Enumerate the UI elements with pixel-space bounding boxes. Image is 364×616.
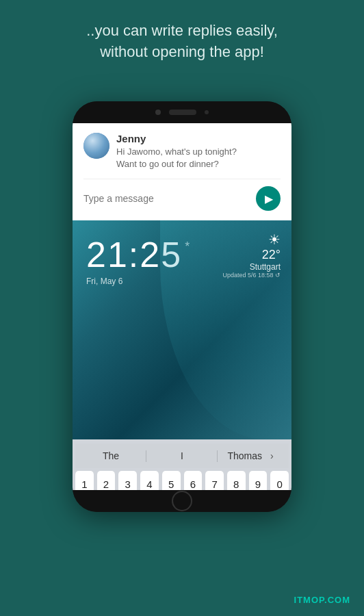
phone-device: Jenny Hi Jawomo, what's up tonight? Want… <box>73 101 291 512</box>
header-line1: ..you can write replies easily, <box>86 22 278 39</box>
header-text: ..you can write replies easily, without … <box>0 0 364 77</box>
phone-top-bar <box>73 101 291 123</box>
suggestions-bar: The I Thomas › <box>75 444 289 468</box>
avatar <box>83 133 109 159</box>
key-5[interactable]: 5 <box>162 471 181 490</box>
send-button[interactable]: ▶ <box>256 186 281 211</box>
number-row: 1 2 3 4 5 6 7 8 9 0 <box>75 471 289 490</box>
key-0[interactable]: 0 <box>270 471 289 490</box>
weather-widget: ☀ 22° Stuttgart Updated 5/6 18:58 ↺ <box>222 231 281 279</box>
notification-header: Jenny Hi Jawomo, what's up tonight? Want… <box>83 133 281 170</box>
phone-bottom-bar <box>73 490 291 512</box>
key-2[interactable]: 2 <box>97 471 116 490</box>
weather-updated: Updated 5/6 18:58 ↺ <box>222 272 281 279</box>
suggestion-the[interactable]: The <box>75 446 146 465</box>
weather-city: Stuttgart <box>222 262 281 272</box>
key-7[interactable]: 7 <box>205 471 224 490</box>
key-6[interactable]: 6 <box>184 471 203 490</box>
suggestion-arrow: › <box>265 450 279 461</box>
speaker-grill <box>169 110 196 115</box>
send-icon: ▶ <box>265 192 273 205</box>
notification-card: Jenny Hi Jawomo, what's up tonight? Want… <box>73 123 291 220</box>
header-line2: without opening the app! <box>100 43 264 60</box>
suggestion-thomas[interactable]: Thomas › <box>218 446 289 465</box>
lockscreen-background: 21:25 * Fri, May 6 ☀ 22° Stuttgart Updat… <box>73 220 291 439</box>
watermark: ITMOP.COM <box>294 595 350 605</box>
key-1[interactable]: 1 <box>75 471 94 490</box>
phone-screen: Jenny Hi Jawomo, what's up tonight? Want… <box>73 123 291 490</box>
suggestion-i[interactable]: I <box>146 446 218 465</box>
keyboard-area: The I Thomas › 1 2 3 4 5 6 7 8 9 0 <box>73 439 291 490</box>
reply-row: ▶ <box>83 179 281 211</box>
home-button[interactable] <box>172 491 192 511</box>
key-4[interactable]: 4 <box>140 471 159 490</box>
weather-temperature: 22° <box>222 248 281 262</box>
sender-name: Jenny <box>116 133 281 144</box>
notification-content: Jenny Hi Jawomo, what's up tonight? Want… <box>116 133 281 170</box>
message-line2: Want to go out for dinner? <box>116 159 219 169</box>
key-8[interactable]: 8 <box>227 471 246 490</box>
key-9[interactable]: 9 <box>249 471 268 490</box>
sensor-dot <box>205 110 209 114</box>
reply-input[interactable] <box>83 193 250 204</box>
camera-dot <box>155 110 161 115</box>
weather-icon: ☀ <box>222 231 281 248</box>
message-line1: Hi Jawomo, what's up tonight? <box>116 146 237 157</box>
avatar-image <box>83 133 109 159</box>
suggestion-thomas-text: Thomas <box>227 450 262 461</box>
key-3[interactable]: 3 <box>118 471 137 490</box>
message-text: Hi Jawomo, what's up tonight? Want to go… <box>116 146 281 170</box>
